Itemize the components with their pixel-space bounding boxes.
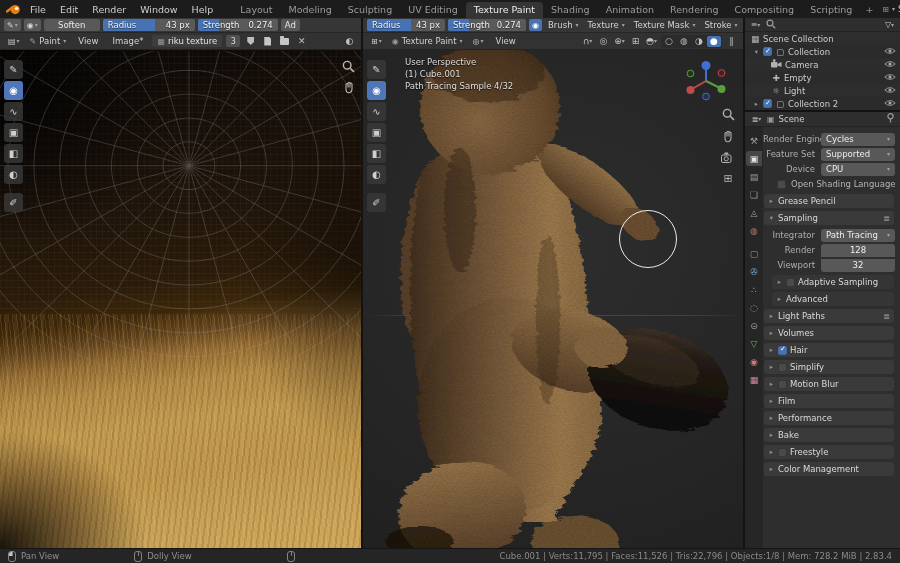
- shading-rendered-icon[interactable]: ●: [707, 36, 721, 47]
- motion-blur-checkbox[interactable]: [778, 380, 787, 389]
- editor-type-outliner-icon[interactable]: ≡▾: [749, 19, 762, 31]
- brush-preview-dropdown[interactable]: ✎▾: [4, 19, 21, 31]
- feature-set-dropdown[interactable]: Supported▾: [821, 148, 895, 161]
- pan-hand-icon[interactable]: [722, 130, 734, 145]
- outliner-row-collection[interactable]: ▾ ▢ Collection: [745, 45, 900, 58]
- panel-volumes[interactable]: ▸Volumes: [764, 326, 894, 340]
- paint-mode-dropdown[interactable]: ✎Paint▾: [27, 36, 70, 46]
- panel-motion-blur[interactable]: ▸Motion Blur: [764, 377, 894, 391]
- texture-mask-dropdown[interactable]: Texture Mask▾: [631, 20, 699, 30]
- presets-icon[interactable]: ≣: [883, 214, 890, 223]
- orthographic-toggle-icon[interactable]: ⊞: [723, 172, 732, 185]
- render-engine-dropdown[interactable]: Cycles▾: [821, 133, 895, 146]
- outliner-row-scene-collection[interactable]: ▦ Scene Collection: [745, 32, 900, 45]
- disclosure-triangle-icon[interactable]: ▸: [753, 100, 760, 108]
- menu-edit[interactable]: Edit: [53, 3, 85, 16]
- outliner-row-camera[interactable]: Camera: [745, 58, 900, 71]
- fill-tool-button[interactable]: ◧: [367, 144, 386, 163]
- image-editor-canvas[interactable]: ✎ ◉ ∿ ▣ ◧ ◐ ✐: [0, 50, 361, 548]
- proportional-editing-icon[interactable]: ◎: [597, 35, 610, 47]
- smear-tool-button[interactable]: ∿: [367, 102, 386, 121]
- pressure-toggle[interactable]: ◉: [529, 19, 542, 31]
- collection-checkbox[interactable]: [763, 99, 772, 108]
- tab-shading[interactable]: Shading: [543, 2, 598, 18]
- mask-toggle-icon[interactable]: ◐: [343, 35, 356, 47]
- viewport-samples-field[interactable]: 32: [821, 259, 895, 272]
- menu-render[interactable]: Render: [85, 3, 133, 16]
- menu-file[interactable]: File: [23, 3, 53, 16]
- tab-modifiers[interactable]: ✇: [746, 264, 762, 279]
- clone-tool-button[interactable]: ▣: [367, 123, 386, 142]
- panel-sampling[interactable]: ▾Sampling≣: [764, 211, 894, 225]
- panel-film[interactable]: ▸Film: [764, 394, 894, 408]
- hide-eye-icon[interactable]: [884, 60, 896, 70]
- new-image-icon[interactable]: [261, 35, 274, 47]
- pin-icon[interactable]: [886, 113, 895, 125]
- radius-slider[interactable]: Radius 43 px: [103, 19, 195, 31]
- tab-view-layer[interactable]: ❏: [746, 187, 762, 202]
- tab-world[interactable]: ◍: [746, 223, 762, 238]
- fill-tool-button[interactable]: ◧: [4, 144, 23, 163]
- shading-wireframe-icon[interactable]: ○: [662, 36, 676, 47]
- tab-constraints[interactable]: ⊝: [746, 318, 762, 333]
- tab-texture[interactable]: ▦: [746, 372, 762, 387]
- add-workspace-button[interactable]: +: [860, 2, 878, 18]
- strength-slider[interactable]: Strength 0.274: [198, 19, 278, 31]
- pause-render-icon[interactable]: ∥: [725, 35, 738, 47]
- show-gizmo-icon[interactable]: ⊞: [629, 35, 642, 47]
- panel-advanced[interactable]: ▸Advanced: [772, 292, 894, 306]
- tab-material[interactable]: ◉: [746, 354, 762, 369]
- adaptive-sampling-checkbox[interactable]: [786, 278, 795, 287]
- tab-output[interactable]: ▤: [746, 169, 762, 184]
- annotate-tool-button[interactable]: ✐: [4, 193, 23, 212]
- image-users-count[interactable]: 3: [226, 35, 240, 47]
- brush-dropdown[interactable]: Brush▾: [545, 20, 582, 30]
- panel-simplify[interactable]: ▸Simplify: [764, 360, 894, 374]
- integrator-dropdown[interactable]: Path Tracing▾: [821, 229, 895, 242]
- clone-tool-button[interactable]: ▣: [4, 123, 23, 142]
- tab-sculpting[interactable]: Sculpting: [340, 2, 400, 18]
- editor-type-properties-icon[interactable]: ≣▾: [750, 113, 763, 125]
- scene-selector[interactable]: ⊞▾ Scene: [878, 4, 900, 14]
- blender-logo[interactable]: [6, 4, 21, 15]
- tab-render[interactable]: ▣: [746, 151, 762, 166]
- panel-light-paths[interactable]: ▸Light Paths≣: [764, 309, 894, 323]
- collection-checkbox[interactable]: [763, 47, 772, 56]
- tab-layout[interactable]: Layout: [232, 2, 280, 18]
- disclosure-triangle-icon[interactable]: ▾: [753, 48, 760, 56]
- mode-dropdown[interactable]: ◉Texture Paint▾: [389, 36, 466, 46]
- soften-tool-button[interactable]: ◉: [4, 81, 23, 100]
- shading-material-icon[interactable]: ◑: [692, 36, 706, 47]
- paint-mask-icon[interactable]: ◎▾: [470, 35, 487, 47]
- brush-type-dropdown[interactable]: ◉▾: [24, 19, 41, 31]
- editor-type-3d-icon[interactable]: ⊞▾: [368, 35, 385, 47]
- soften-tool-button[interactable]: ◉: [367, 81, 386, 100]
- hide-eye-icon[interactable]: [884, 47, 896, 57]
- strength-slider[interactable]: Strength 0.274: [448, 19, 526, 31]
- outliner-row-empty[interactable]: ✚ Empty: [745, 71, 900, 84]
- texture-dropdown[interactable]: Texture▾: [585, 20, 628, 30]
- overlays-icon[interactable]: ◓▾: [645, 35, 658, 47]
- snapping-magnet-icon[interactable]: ∩▾: [581, 35, 594, 47]
- image-name-field[interactable]: ▦ riku texture: [152, 35, 222, 47]
- shading-solid-icon[interactable]: ◍: [677, 36, 691, 47]
- open-image-folder-icon[interactable]: [278, 35, 291, 47]
- pivot-point-icon[interactable]: ⊕▾: [613, 35, 626, 47]
- zoom-icon[interactable]: [342, 60, 355, 75]
- filter-funnel-icon[interactable]: ▽▾: [883, 19, 896, 31]
- presets-icon[interactable]: ≣: [883, 312, 890, 321]
- stroke-dropdown[interactable]: Stroke▾: [701, 20, 740, 30]
- render-samples-field[interactable]: 128: [821, 244, 895, 257]
- tab-particles[interactable]: ∴: [746, 282, 762, 297]
- advanced-popover-button[interactable]: Ad: [281, 19, 300, 31]
- camera-view-icon[interactable]: [721, 152, 735, 165]
- panel-freestyle[interactable]: ▸Freestyle: [764, 445, 894, 459]
- editor-type-image-icon[interactable]: ▤▾: [5, 35, 23, 47]
- panel-performance[interactable]: ▸Performance: [764, 411, 894, 425]
- mask-tool-button[interactable]: ◐: [367, 165, 386, 184]
- image-menu[interactable]: Image*: [108, 36, 149, 46]
- panel-bake[interactable]: ▸Bake: [764, 428, 894, 442]
- smear-tool-button[interactable]: ∿: [4, 102, 23, 121]
- view-menu[interactable]: View: [491, 36, 521, 46]
- panel-color-management[interactable]: ▸Color Management: [764, 462, 894, 476]
